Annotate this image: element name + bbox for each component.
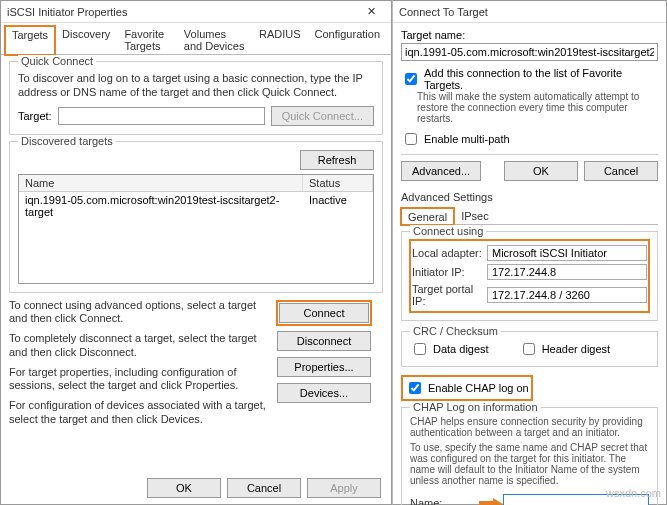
data-digest-checkbox[interactable]: Data digest [410,340,489,358]
cancel-button-left[interactable]: Cancel [227,478,301,498]
ok-button-left[interactable]: OK [147,478,221,498]
targets-list[interactable]: Name Status iqn.1991-05.com.microsoft:wi… [18,174,374,284]
chap-desc2: To use, specify the same name and CHAP s… [410,442,649,486]
col-status: Status [303,175,373,191]
target-label: Target: [18,110,52,122]
multipath-check-input[interactable] [405,133,417,145]
ok-button-right[interactable]: OK [504,161,578,181]
target-portal-ip-select[interactable]: 172.17.244.8 / 3260 [487,287,647,303]
advanced-settings-title: Advanced Settings [401,191,658,203]
connect-to-target-window: Connect To Target Target name: Add this … [392,0,667,505]
tab-targets[interactable]: Targets [5,26,55,55]
disconnect-desc: To completely disconnect a target, selec… [9,332,269,360]
local-adapter-select[interactable]: Microsoft iSCSI Initiator [487,245,647,261]
titlebar-left: iSCSI Initiator Properties ✕ [1,1,391,23]
target-name-input[interactable] [401,43,658,61]
local-adapter-label: Local adapter: [412,247,487,259]
initiator-ip-select[interactable]: 172.17.244.8 [487,264,647,280]
advanced-tabstrip: General IPsec [401,207,658,225]
properties-desc: For target properties, including configu… [9,366,269,394]
advanced-button[interactable]: Advanced... [401,161,481,181]
devices-desc: For configuration of devices associated … [9,399,269,427]
devices-button[interactable]: Devices... [277,383,371,403]
tab-discovery[interactable]: Discovery [55,25,117,54]
multipath-checkbox[interactable]: Enable multi-path [401,130,510,148]
col-name: Name [19,175,303,191]
tab-favorite-targets[interactable]: Favorite Targets [117,25,176,54]
quick-connect-legend: Quick Connect [18,55,96,67]
refresh-button[interactable]: Refresh [300,150,374,170]
target-portal-ip-label: Target portal IP: [412,283,487,307]
chap-info-legend: CHAP Log on information [410,401,541,413]
quick-connect-target-input[interactable] [58,107,265,125]
list-header: Name Status [19,175,373,192]
discovered-legend: Discovered targets [18,135,116,147]
row-name: iqn.1991-05.com.microsoft:win2019test-is… [19,192,303,220]
arrow-right-icon [479,496,503,505]
initiator-ip-label: Initiator IP: [412,266,487,278]
iscsi-properties-window: iSCSI Initiator Properties ✕ Targets Dis… [0,0,392,505]
quick-connect-group: Quick Connect To discover and log on to … [9,61,383,135]
row-status: Inactive [303,192,373,220]
properties-button[interactable]: Properties... [277,357,371,377]
close-icon[interactable]: ✕ [357,5,385,18]
tab-general[interactable]: General [401,208,454,225]
chap-name-label: Name: [410,497,479,505]
watermark: wsxdn.com [606,487,661,499]
titlebar-right: Connect To Target [393,1,666,23]
disconnect-button[interactable]: Disconnect [277,331,371,351]
enable-chap-check-input[interactable] [409,382,421,394]
crc-legend: CRC / Checksum [410,325,501,337]
favorite-desc: This will make the system automatically … [417,91,658,124]
tab-volumes-devices[interactable]: Volumes and Devices [177,25,252,54]
main-tabstrip: Targets Discovery Favorite Targets Volum… [1,25,391,55]
table-row[interactable]: iqn.1991-05.com.microsoft:win2019test-is… [19,192,373,220]
chap-desc1: CHAP helps ensure connection security by… [410,416,649,438]
favorite-targets-checkbox[interactable]: Add this connection to the list of Favor… [401,67,658,91]
dialog-buttons-left: OK Cancel Apply [147,478,381,498]
svg-marker-0 [479,498,503,505]
enable-chap-checkbox[interactable]: Enable CHAP log on [405,379,529,397]
tab-ipsec[interactable]: IPsec [454,207,496,224]
tab-configuration[interactable]: Configuration [308,25,387,54]
actions-area: To connect using advanced options, selec… [9,299,383,449]
quick-connect-button[interactable]: Quick Connect... [271,106,374,126]
tab-radius[interactable]: RADIUS [252,25,308,54]
quick-connect-desc: To discover and log on to a target using… [18,72,374,100]
discovered-targets-group: Discovered targets Refresh Name Status i… [9,141,383,293]
window-title-left: iSCSI Initiator Properties [7,6,127,18]
header-digest-checkbox[interactable]: Header digest [519,340,611,358]
window-title-right: Connect To Target [399,6,488,18]
connect-using-legend: Connect using [410,225,486,237]
connect-desc: To connect using advanced options, selec… [9,299,269,327]
cancel-button-right[interactable]: Cancel [584,161,658,181]
connect-button[interactable]: Connect [279,303,369,323]
favorite-targets-check-input[interactable] [405,73,417,85]
target-name-label: Target name: [401,29,658,41]
apply-button-left[interactable]: Apply [307,478,381,498]
